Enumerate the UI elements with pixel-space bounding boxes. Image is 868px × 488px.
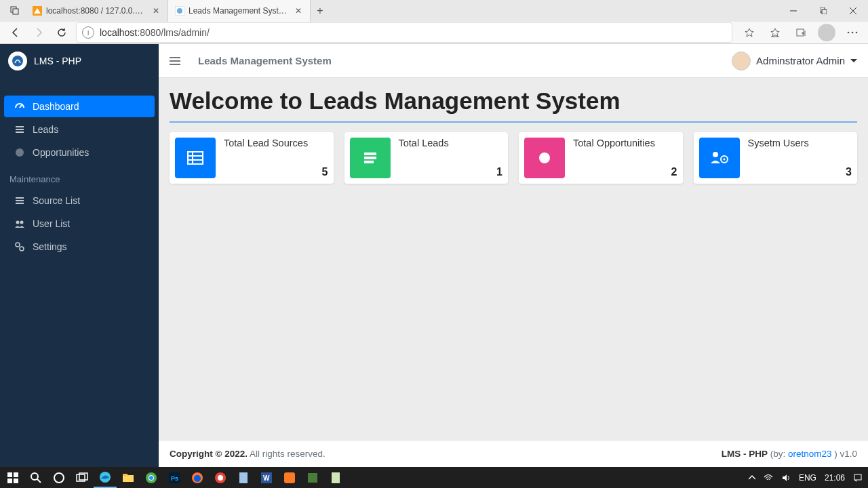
circle-icon: [14, 146, 26, 159]
url-path: /lms/admin/: [161, 27, 210, 38]
tb-chrome2[interactable]: [209, 467, 232, 488]
svg-line-48: [37, 479, 41, 483]
card-leads: Total Leads1: [344, 132, 509, 184]
nav-opportunities[interactable]: Opportunities: [4, 142, 155, 163]
close-icon[interactable]: ✕: [151, 6, 161, 16]
tb-notepad[interactable]: [232, 467, 255, 488]
collections-icon[interactable]: [789, 22, 812, 43]
card-value: 2: [573, 166, 677, 178]
nav-settings[interactable]: Settings: [4, 236, 155, 258]
tb-app2[interactable]: [324, 467, 347, 488]
notifications-icon[interactable]: [849, 473, 867, 483]
bars-icon: [350, 138, 391, 178]
tb-xampp[interactable]: [278, 467, 301, 488]
card-label: Total Lead Sources: [224, 138, 328, 148]
chevron-down-icon: [850, 59, 857, 63]
tb-chrome[interactable]: [140, 467, 163, 488]
nav-user-list[interactable]: User List: [4, 213, 155, 235]
clock[interactable]: 21:06: [821, 473, 849, 483]
svg-point-27: [16, 243, 20, 247]
svg-point-57: [149, 476, 153, 480]
cortana-icon[interactable]: [47, 467, 71, 488]
svg-line-17: [20, 105, 22, 108]
svg-rect-53: [123, 475, 134, 482]
browser-tab-1[interactable]: localhost:8080 / 127.0.0.1 / lms_... ✕: [26, 0, 168, 22]
svg-rect-7: [822, 9, 827, 14]
app: LMS - PHP Dashboard Leads Opportunities …: [0, 44, 868, 467]
phpmyadmin-favicon-icon: [33, 6, 42, 16]
tb-edge[interactable]: [94, 467, 117, 488]
user-menu[interactable]: Adminstrator Admin: [732, 52, 857, 70]
svg-rect-54: [123, 474, 127, 476]
tb-firefox[interactable]: [186, 467, 209, 488]
address-bar: i localhost:8080/lms/admin/: [0, 22, 868, 43]
close-window-button[interactable]: [838, 0, 868, 22]
back-button[interactable]: [4, 22, 27, 43]
refresh-button[interactable]: [50, 22, 73, 43]
tb-photoshop[interactable]: Ps: [163, 467, 186, 488]
taskview-icon[interactable]: [71, 467, 94, 488]
maximize-button[interactable]: [808, 0, 838, 22]
new-tab-button[interactable]: +: [311, 0, 330, 22]
svg-rect-36: [364, 152, 376, 155]
svg-point-4: [177, 8, 182, 14]
svg-point-21: [16, 148, 24, 157]
nav-label: Settings: [33, 241, 67, 252]
svg-point-25: [16, 221, 20, 224]
svg-point-15: [856, 32, 858, 34]
svg-rect-45: [7, 479, 12, 483]
browser-chrome: localhost:8080 / 127.0.0.1 / lms_... ✕ L…: [0, 0, 868, 44]
svg-rect-68: [308, 473, 317, 483]
tb-explorer[interactable]: [117, 467, 140, 488]
card-label: Total Opportunities: [573, 138, 677, 148]
footer-by: (by:: [768, 449, 788, 459]
svg-point-16: [12, 56, 23, 66]
nav: Dashboard Leads Opportunities Maintenanc…: [0, 78, 159, 259]
topbar: Leads Management System Adminstrator Adm…: [159, 44, 868, 78]
card-value: 5: [224, 166, 328, 178]
search-icon[interactable]: [24, 467, 47, 488]
sidebar-toggle-button[interactable]: [170, 56, 184, 66]
profile-icon[interactable]: [815, 22, 838, 43]
volume-icon[interactable]: [777, 474, 795, 482]
svg-point-61: [194, 475, 201, 482]
brand-text: LMS - PHP: [34, 56, 81, 66]
footer-copyright: Copyright © 2022.: [170, 449, 248, 459]
dot-icon: [524, 138, 565, 178]
start-button[interactable]: [1, 467, 24, 488]
footer-close: ): [831, 449, 837, 459]
svg-point-49: [54, 473, 64, 483]
svg-text:Ps: Ps: [171, 475, 178, 482]
card-value: 1: [399, 166, 503, 178]
svg-point-13: [848, 32, 850, 34]
tab-bar: localhost:8080 / 127.0.0.1 / lms_... ✕ L…: [0, 0, 868, 22]
favorite-icon[interactable]: [738, 22, 761, 43]
tray-chevron-icon[interactable]: [745, 474, 760, 481]
svg-rect-64: [239, 472, 248, 483]
wifi-icon[interactable]: [760, 474, 777, 482]
url-input[interactable]: i localhost:8080/lms/admin/: [76, 22, 732, 43]
menu-icon[interactable]: [841, 22, 864, 43]
nav-dashboard[interactable]: Dashboard: [4, 96, 155, 117]
tab-actions-icon[interactable]: [4, 0, 26, 22]
brand[interactable]: LMS - PHP: [0, 44, 159, 78]
tb-app1[interactable]: [301, 467, 324, 488]
svg-text:W: W: [263, 474, 270, 482]
close-icon[interactable]: ✕: [294, 6, 303, 16]
users-icon: [14, 218, 26, 230]
site-info-icon[interactable]: i: [82, 26, 94, 39]
nav-leads[interactable]: Leads: [4, 119, 155, 140]
svg-rect-1: [13, 9, 18, 14]
svg-rect-67: [284, 472, 295, 483]
minimize-button[interactable]: [778, 0, 808, 22]
user-name: Adminstrator Admin: [756, 55, 845, 66]
browser-tab-2[interactable]: Leads Management System ✕: [168, 0, 311, 22]
forward-button[interactable]: [27, 22, 50, 43]
svg-point-28: [20, 247, 24, 251]
nav-source-list[interactable]: Source List: [4, 190, 155, 211]
language-indicator[interactable]: ENG: [795, 473, 821, 483]
tb-word[interactable]: W: [255, 467, 278, 488]
favorites-list-icon[interactable]: [764, 22, 787, 43]
footer-author-link[interactable]: oretnom23: [788, 449, 832, 459]
nav-section-header: Maintenance: [0, 165, 159, 188]
